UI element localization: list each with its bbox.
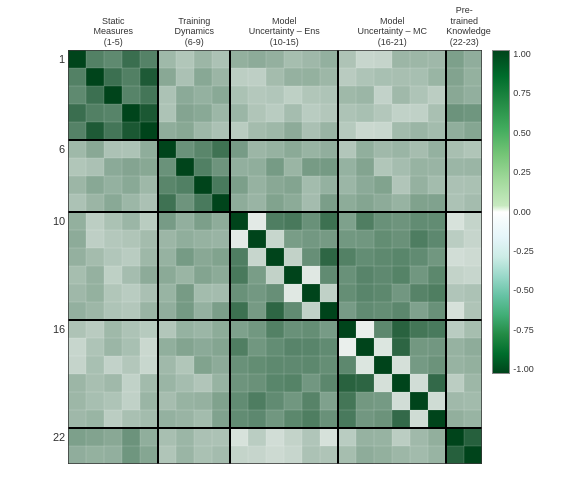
colorbar-labels: 1.000.750.500.250.00-0.25-0.50-0.75-1.00 (513, 50, 534, 374)
y-axis-label (46, 446, 68, 464)
heatmap-wrapper (68, 50, 482, 468)
y-axis-label (46, 86, 68, 104)
y-axis-label (46, 302, 68, 320)
y-axis-label (46, 68, 68, 86)
y-axis-label (46, 356, 68, 374)
heatmap-canvas (68, 50, 482, 464)
y-axis-label (46, 104, 68, 122)
col-headers: Static Measures (1-5)Training Dynamics (… (68, 8, 482, 50)
left-section: 16101622 Static Measures (1-5)Training D… (46, 8, 482, 468)
y-axis-label (46, 158, 68, 176)
main-area: Static Measures (1-5)Training Dynamics (… (68, 8, 482, 468)
y-axis-label: 16 (46, 320, 68, 338)
y-axis-label (46, 176, 68, 194)
y-axis-label (46, 374, 68, 392)
y-axis-label (46, 410, 68, 428)
y-axis-label (46, 122, 68, 140)
col-header: Static Measures (1-5) (68, 16, 158, 48)
chart-container: 16101622 Static Measures (1-5)Training D… (46, 8, 534, 468)
y-axis-label (46, 392, 68, 410)
y-axis-label: 22 (46, 428, 68, 446)
y-axis-label (46, 266, 68, 284)
colorbar-label: -1.00 (513, 365, 534, 374)
col-header: Training Dynamics (6-9) (158, 16, 230, 48)
colorbar-label: 0.75 (513, 89, 534, 98)
y-axis-label (46, 284, 68, 302)
colorbar-label: -0.75 (513, 326, 534, 335)
col-header: Model Uncertainty – MC (16-21) (338, 16, 446, 48)
y-axis-label (46, 248, 68, 266)
col-header: Pre-trained Knowledge (22-23) (446, 5, 482, 48)
y-axis-label: 10 (46, 212, 68, 230)
colorbar-section: 1.000.750.500.250.00-0.25-0.50-0.75-1.00 (492, 8, 534, 468)
colorbar (492, 50, 510, 374)
colorbar-label: 1.00 (513, 50, 534, 59)
y-axis-label: 6 (46, 140, 68, 158)
colorbar-wrapper: 1.000.750.500.250.00-0.25-0.50-0.75-1.00 (492, 50, 534, 374)
y-axis-label (46, 230, 68, 248)
y-axis-label: 1 (46, 50, 68, 68)
colorbar-label: -0.50 (513, 286, 534, 295)
colorbar-label: 0.50 (513, 129, 534, 138)
y-axis-label (46, 194, 68, 212)
colorbar-label: -0.25 (513, 247, 534, 256)
col-header: Model Uncertainty – Ens (10-15) (230, 16, 338, 48)
colorbar-label: 0.25 (513, 168, 534, 177)
y-axis-labels: 16101622 (46, 8, 68, 468)
y-axis-label (46, 338, 68, 356)
colorbar-label: 0.00 (513, 208, 534, 217)
